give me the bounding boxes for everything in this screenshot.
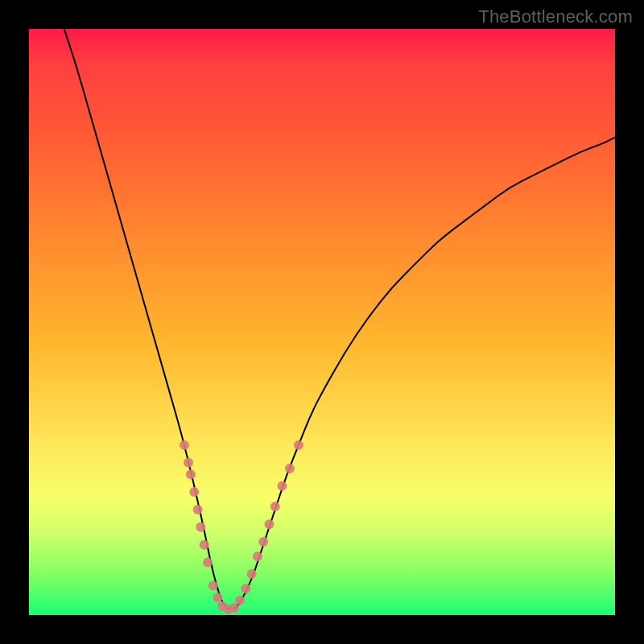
bottleneck-chart bbox=[29, 29, 615, 615]
sample-dot bbox=[278, 481, 287, 491]
chart-panel bbox=[29, 29, 615, 615]
sample-dot bbox=[200, 540, 209, 550]
sample-dot bbox=[253, 551, 262, 561]
sample-dot bbox=[264, 519, 274, 529]
sample-dot bbox=[196, 522, 205, 532]
sample-dot bbox=[186, 469, 196, 479]
sample-dot bbox=[193, 505, 203, 514]
sample-dot bbox=[213, 592, 222, 602]
scatter-layer bbox=[180, 440, 303, 614]
stage: TheBottleneck.com bbox=[0, 0, 644, 644]
sample-dot bbox=[208, 581, 218, 591]
curve-layer bbox=[64, 29, 615, 609]
sample-dot bbox=[258, 537, 268, 547]
sample-dot bbox=[235, 596, 245, 605]
bottleneck-curve-path bbox=[64, 29, 615, 609]
sample-dot bbox=[294, 440, 303, 450]
sample-dot bbox=[203, 557, 213, 567]
sample-dot bbox=[180, 440, 189, 450]
sample-dot bbox=[189, 487, 199, 497]
sample-dot bbox=[241, 584, 250, 593]
watermark-text: TheBottleneck.com bbox=[478, 6, 633, 27]
sample-dot bbox=[270, 502, 280, 511]
sample-dot bbox=[247, 569, 257, 579]
sample-dot bbox=[229, 603, 239, 613]
sample-dot bbox=[184, 458, 193, 468]
sample-dot bbox=[285, 464, 295, 473]
